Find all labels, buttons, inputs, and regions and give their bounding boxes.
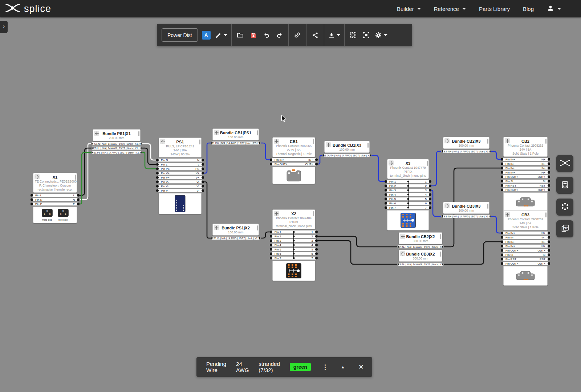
pin-row-x1-1[interactable]: Pin LL <box>32 193 78 197</box>
pin-row-ps1-2[interactable]: Pin LL <box>157 163 203 166</box>
pin-row-x1-2[interactable]: Pin NN <box>32 198 78 201</box>
node-header[interactable]: Bundle PS1|X2100.00 mm <box>212 224 259 236</box>
move-handle-icon[interactable] <box>389 160 394 166</box>
pin-dot-left[interactable] <box>501 167 503 170</box>
pin-dot-left[interactable] <box>270 231 272 233</box>
pin-dot-right[interactable] <box>548 241 550 243</box>
pin-dot-left[interactable] <box>270 257 272 260</box>
pin-dot-right[interactable] <box>315 240 318 242</box>
pin-row-cb3-3[interactable]: Pin IN-IN- <box>502 240 549 244</box>
node-bundle_ps1x1[interactable]: Bundle PS1|X1200.00 mmPS1.N | N/A | 14 A… <box>93 129 141 154</box>
undo-button[interactable] <box>260 24 273 46</box>
pin-dot-right[interactable] <box>202 159 204 162</box>
move-handle-icon[interactable] <box>274 211 279 216</box>
bundle-wire-row[interactable]: CB2.IN+ | N/A | 14 AWG | 19/27 | blue | … <box>442 150 491 153</box>
wire[interactable] <box>371 155 385 181</box>
bundle-wire-row[interactable]: PS1.PE | N/A | 14 AWG | 19/27 | green | … <box>91 151 142 154</box>
nav-parts-library[interactable]: Parts Library <box>479 6 510 12</box>
node-header[interactable]: X2Phoenix Contact 1047484PTFIXterminal_b… <box>272 209 315 229</box>
pin-dot-left[interactable] <box>385 180 387 183</box>
pin-dot-left[interactable] <box>91 147 93 150</box>
bundle-wire-row[interactable]: CB1.IN+ | N/A | 14 AWG | 19/27 | blue | … <box>211 141 260 145</box>
kebab-menu-icon[interactable]: ⋮ <box>321 363 330 371</box>
bundle-wire-row[interactable]: PS1.V- | N/A | 14 AWG | 19/27 | black | … <box>211 236 260 240</box>
wire[interactable] <box>79 148 91 195</box>
brand-logo[interactable]: splice <box>0 3 51 15</box>
node-header[interactable]: Bundle CB1|X3100.00 mm <box>324 141 370 153</box>
node-bundle_cb2x3[interactable]: Bundle CB2|X3300.00 mmCB2.IN+ | N/A | 14… <box>443 137 489 153</box>
fit-view-button[interactable] <box>360 24 373 46</box>
pin-row-cb2-7[interactable]: Pin RSTRST <box>502 184 549 187</box>
pin-dot-left[interactable] <box>501 262 503 265</box>
node-header[interactable]: X3Phoenix Contact 1047479PTFIXterminal_b… <box>387 159 429 179</box>
move-handle-icon[interactable] <box>505 212 510 217</box>
pin-dot-left[interactable] <box>501 241 503 243</box>
pin-dot-right[interactable] <box>548 171 550 174</box>
pin-dot-left[interactable] <box>156 185 159 188</box>
pin-dot-left[interactable] <box>501 163 503 165</box>
pin-dot-right[interactable] <box>548 262 550 265</box>
pin-dot-right[interactable] <box>489 150 491 153</box>
pin-dot-right[interactable] <box>315 244 318 246</box>
pin-dot-right[interactable] <box>202 181 204 183</box>
move-handle-icon[interactable] <box>444 203 450 208</box>
collapse-icon[interactable]: ▲ <box>340 365 346 369</box>
wire[interactable] <box>444 242 501 264</box>
pin-dot-left[interactable] <box>270 244 272 246</box>
pin-row-cb3-5[interactable]: Pin OUT+OUT+ <box>502 249 549 252</box>
download-button[interactable] <box>326 24 342 46</box>
pin-row-ps1-5[interactable]: Pin V+V+ <box>157 176 203 179</box>
pin-dot-right[interactable] <box>315 235 318 238</box>
pin-row-x1-3[interactable]: Pin EE <box>32 202 78 206</box>
pin-dot-right[interactable] <box>429 207 431 209</box>
pin-dot-left[interactable] <box>270 253 272 255</box>
pin-row-ps1-1[interactable]: Pin NN <box>157 158 203 162</box>
pin-dot-left[interactable] <box>385 202 387 205</box>
pin-row-cb2-3[interactable]: Pin IN-IN- <box>502 166 549 170</box>
pin-dot-right[interactable] <box>548 176 550 178</box>
pin-dot-right[interactable] <box>202 168 204 170</box>
move-handle-icon[interactable] <box>160 139 165 144</box>
select-all-button[interactable] <box>347 24 360 46</box>
pin-row-cb1-1[interactable]: Pin IN+IN+ <box>271 158 317 162</box>
move-handle-icon[interactable] <box>214 225 219 230</box>
pin-row-cb2-5[interactable]: Pin OUT+OUT+ <box>502 175 549 179</box>
bundle-wire-row[interactable]: CB3.IN+ | N/A | 14 AWG | 19/27 | blue | … <box>442 215 491 218</box>
pin-dot-right[interactable] <box>548 254 550 256</box>
pin-dot-right[interactable] <box>202 163 204 166</box>
bom-panel-button[interactable] <box>556 177 573 194</box>
open-project-button[interactable] <box>234 24 247 46</box>
pin-row-cb1-2[interactable]: Pin OUT+OUT+ <box>271 162 317 166</box>
edit-mode-button[interactable] <box>214 24 229 46</box>
pin-dot-right[interactable] <box>315 257 318 260</box>
node-bundle_cb2x2[interactable]: Bundle CB2|X2300.00 mmCB2.IN- | N/A | 14… <box>399 232 442 249</box>
pin-dot-right[interactable] <box>442 246 444 248</box>
pin-dot-right[interactable] <box>77 194 80 197</box>
pin-dot-right[interactable] <box>259 237 260 240</box>
pin-dot-left[interactable] <box>156 172 159 175</box>
node-cb3[interactable]: CB3Phoenix Contact 290826224V | 8ASolid … <box>503 211 548 286</box>
pin-dot-left[interactable] <box>501 180 503 183</box>
bundle-wire-row[interactable]: PS1.L | N/A | 14 AWG | 19/27 | black | X… <box>91 146 142 150</box>
pin-dot-right[interactable] <box>315 248 318 251</box>
pin-dot-right[interactable] <box>429 180 431 183</box>
settings-button[interactable] <box>373 24 389 46</box>
node-bundle_cb1ps1[interactable]: Bundle CB1|PS1100.00 mmCB1.IN+ | N/A | 1… <box>212 128 259 145</box>
pin-dot-right[interactable] <box>202 172 204 175</box>
bundle-wire-row[interactable]: PS1.N | N/A | 14 AWG | 19/27 | white | X… <box>91 142 142 146</box>
project-title-button[interactable]: Power Dist <box>162 28 198 42</box>
pin-dot-right[interactable] <box>315 159 318 161</box>
node-header[interactable]: CB3Phoenix Contact 290826224V | 8ASolid … <box>503 211 548 230</box>
wire-color-badge[interactable]: green <box>290 363 311 371</box>
pin-dot-right[interactable] <box>548 249 550 252</box>
pin-dot-right[interactable] <box>548 184 550 187</box>
left-panel-toggle[interactable]: › <box>0 21 8 33</box>
pin-row-cb3-8[interactable]: Pin OUT+OUT+ <box>502 262 549 265</box>
move-handle-icon[interactable] <box>400 251 405 256</box>
pin-row-cb2-1[interactable]: Pin IN+IN+ <box>502 158 549 161</box>
pin-dot-right[interactable] <box>548 245 550 248</box>
pin-dot-right[interactable] <box>548 158 550 161</box>
pin-row-cb2-2[interactable]: Pin IN-IN- <box>502 162 549 166</box>
pin-dot-left[interactable] <box>501 176 503 178</box>
pin-dot-left[interactable] <box>385 207 387 209</box>
